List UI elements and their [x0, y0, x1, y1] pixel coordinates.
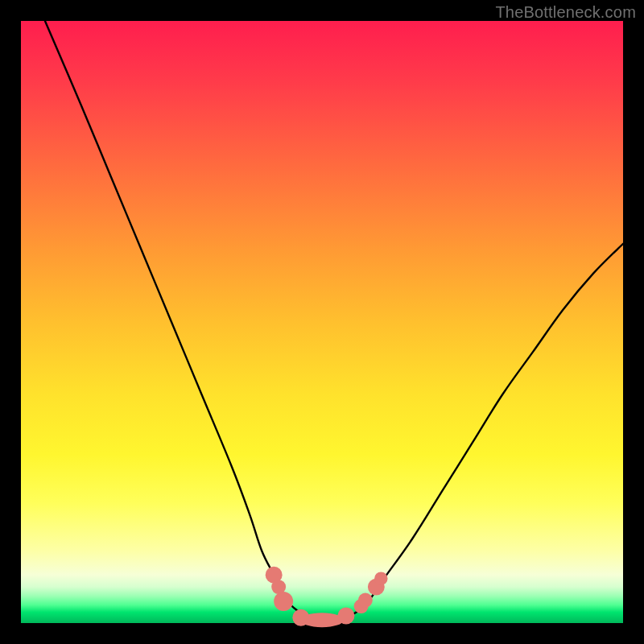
- curve-marker: [358, 593, 373, 608]
- chart-area: [21, 21, 623, 623]
- marker-group: [266, 567, 388, 628]
- curve-marker: [374, 572, 387, 584]
- attribution-label: TheBottleneck.com: [495, 3, 636, 22]
- bottleneck-curve: [45, 21, 623, 621]
- curve-marker: [274, 592, 293, 611]
- curve-marker: [337, 608, 354, 625]
- chart-svg: [21, 21, 623, 623]
- curve-marker: [300, 613, 344, 627]
